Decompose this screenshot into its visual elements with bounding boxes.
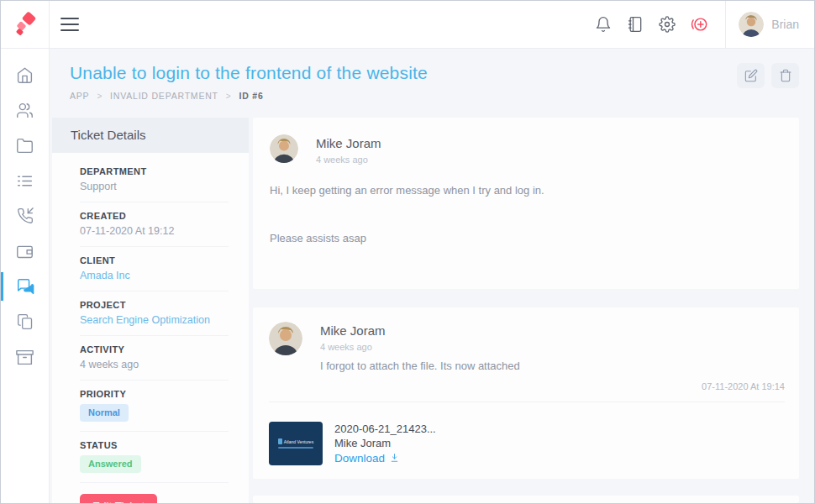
attachment-thumbnail[interactable]: Atland Ventures	[269, 422, 323, 465]
thumbnail-tagline	[278, 447, 313, 449]
user-menu[interactable]: Brian	[725, 1, 814, 48]
breadcrumb-app[interactable]: APP	[70, 91, 89, 101]
sender-name: Mike Joram	[320, 322, 520, 338]
client-link[interactable]: Amada Inc	[80, 270, 229, 281]
sender-name: Mike Joram	[316, 134, 381, 150]
ticket-details-title: Ticket Details	[52, 118, 249, 153]
user-name: Brian	[771, 18, 799, 31]
field-activity: ACTIVITY 4 weeks ago	[80, 336, 229, 381]
ticket-details-panel: Ticket Details DEPARTMENT Support CREATE…	[52, 118, 249, 503]
breadcrumb-separator: >	[97, 92, 103, 101]
brand-logo-icon	[13, 12, 38, 37]
field-label: CREATED	[80, 211, 229, 221]
priority-badge: Normal	[80, 404, 129, 422]
message-timestamp: 07-11-2020 At 19:14	[269, 381, 785, 391]
sidebar-nav	[1, 49, 50, 503]
field-value: 4 weeks ago	[80, 359, 229, 370]
header-actions: Brian	[587, 1, 814, 48]
message-text: Please assists asap	[270, 232, 779, 244]
folder-icon	[16, 137, 34, 155]
sidebar-item-calls[interactable]	[1, 198, 49, 234]
delete-ticket-icon-button[interactable]	[771, 63, 799, 88]
home-icon	[16, 66, 34, 84]
app-logo[interactable]	[1, 1, 50, 48]
notebook-icon[interactable]	[619, 8, 651, 40]
breadcrumb: APP > INVALID DEPARTMENT > ID #6	[70, 91, 428, 101]
sender-avatar	[269, 322, 302, 355]
field-label: CLIENT	[80, 255, 229, 265]
sidebar-item-home[interactable]	[1, 57, 49, 92]
field-label: DEPARTMENT	[80, 166, 229, 176]
field-priority: PRIORITY Normal	[80, 381, 229, 432]
field-department: DEPARTMENT Support	[80, 158, 229, 202]
wallet-icon	[16, 243, 34, 260]
archive-icon	[16, 349, 34, 366]
message-text: Hi, I keep getting an error message when…	[270, 184, 779, 197]
sidebar-item-projects[interactable]	[1, 128, 49, 163]
trash-icon	[779, 69, 792, 82]
field-created: CREATED 07-11-2020 At 19:12	[80, 202, 229, 247]
documents-icon	[17, 313, 34, 330]
breadcrumb-ticket-id: ID #6	[239, 91, 263, 101]
thumbnail-logo-icon	[278, 438, 282, 444]
download-link[interactable]: Download	[334, 452, 436, 465]
sidebar-item-users[interactable]	[1, 92, 49, 128]
field-value: 07-11-2020 At 19:12	[80, 225, 229, 237]
field-project: PROJECT Search Engine Optimization	[80, 291, 229, 336]
field-label: STATUS	[80, 440, 229, 450]
sidebar-item-tasks[interactable]	[1, 163, 49, 198]
create-new-icon[interactable]	[683, 8, 715, 40]
field-value: Support	[80, 181, 229, 192]
download-label: Download	[334, 452, 385, 465]
chat-icon	[16, 277, 34, 296]
divider	[269, 402, 785, 402]
sidebar-item-archive[interactable]	[1, 339, 49, 375]
field-client: CLIENT Amada Inc	[80, 247, 229, 291]
message-card-partial	[253, 496, 799, 503]
gear-icon[interactable]	[651, 8, 683, 40]
menu-toggle-button[interactable]	[60, 18, 79, 31]
attachment-filename: 2020-06-21_21423...	[334, 423, 436, 435]
attachment-uploader: Mike Joram	[334, 437, 436, 449]
message-thread: Mike Joram 4 weeks ago Hi, I keep gettin…	[253, 118, 799, 503]
top-header: Brian	[1, 1, 814, 49]
list-icon	[16, 172, 34, 190]
edit-pencil-icon	[744, 69, 758, 82]
field-label: PROJECT	[80, 300, 229, 310]
sender-avatar	[270, 134, 298, 163]
app-window: Brian	[0, 0, 815, 504]
status-badge: Answered	[80, 455, 141, 473]
field-status: STATUS Answered	[80, 432, 229, 483]
users-icon	[16, 102, 34, 119]
field-label: PRIORITY	[80, 389, 229, 399]
main-content: Unable to login to the frontend of the w…	[50, 49, 814, 503]
attachment: Atland Ventures 2020-06-21_21423... Mike…	[269, 422, 785, 465]
message-text: I forgot to attach the file. Its now att…	[320, 360, 520, 372]
breadcrumb-department[interactable]: INVALID DEPARTMENT	[110, 91, 218, 101]
field-label: ACTIVITY	[80, 344, 229, 354]
user-avatar	[739, 12, 764, 37]
thumbnail-text: Atland Ventures	[284, 439, 313, 444]
incoming-call-icon	[17, 207, 34, 224]
edit-ticket-icon-button[interactable]	[737, 63, 765, 88]
edit-ticket-button[interactable]: Edit Ticket	[80, 494, 157, 503]
message-card: Mike Joram 4 weeks ago I forgot to attac…	[253, 307, 799, 479]
project-link[interactable]: Search Engine Optimization	[80, 314, 229, 326]
download-icon	[389, 453, 400, 464]
breadcrumb-separator: >	[226, 92, 232, 101]
message-time: 4 weeks ago	[316, 155, 381, 165]
page-title: Unable to login to the frontend of the w…	[70, 63, 428, 83]
message-card: Mike Joram 4 weeks ago Hi, I keep gettin…	[253, 118, 799, 289]
sidebar-item-tickets[interactable]	[1, 269, 49, 304]
sidebar-item-payments[interactable]	[1, 234, 49, 269]
sidebar-item-documents[interactable]	[1, 304, 49, 339]
message-time: 4 weeks ago	[320, 342, 520, 352]
bell-icon[interactable]	[587, 8, 619, 40]
